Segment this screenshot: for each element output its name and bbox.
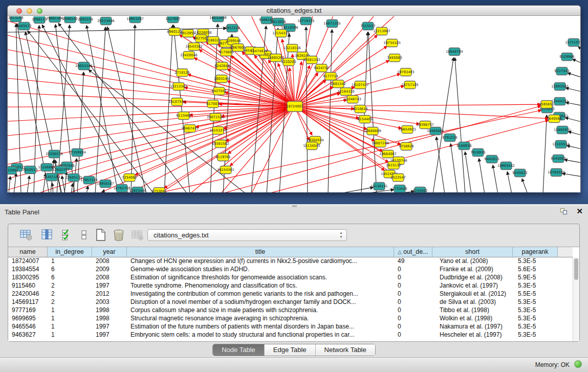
graph-node[interactable]: 9245022: [512, 169, 527, 177]
cell-in_degree[interactable]: 1: [48, 307, 92, 315]
cell-year[interactable]: 2003: [92, 298, 127, 307]
tab-node-table[interactable]: Node Table: [213, 344, 264, 356]
cell-year[interactable]: 2008: [92, 274, 127, 282]
graph-node[interactable]: 7850513: [23, 166, 37, 174]
graph-node[interactable]: 6753041: [151, 188, 166, 193]
graph-node[interactable]: 16107427: [352, 81, 369, 89]
graph-node[interactable]: 16958167: [97, 180, 114, 188]
table-row[interactable]: 1938455462009Genome-wide association stu…: [8, 266, 558, 274]
graph-node[interactable]: 2522547: [390, 174, 405, 182]
table-row[interactable]: 969969511998Structural magnetic resonanc…: [8, 315, 558, 323]
graph-node[interactable]: 2099140: [62, 16, 77, 23]
cell-out_degree[interactable]: 0: [394, 331, 432, 339]
graph-node[interactable]: 2405572: [16, 23, 31, 30]
float-panel-icon[interactable]: [560, 208, 569, 215]
table-row[interactable]: 977716911998Corpus callosum shape and si…: [8, 307, 558, 315]
cell-name[interactable]: 9465546: [8, 323, 48, 331]
unselect-all-button[interactable]: [78, 228, 91, 242]
close-panel-icon[interactable]: ✕: [576, 207, 583, 216]
cell-short[interactable]: Yano et al. (2008): [432, 257, 513, 266]
graph-node[interactable]: 18757105: [401, 81, 419, 89]
graph-node[interactable]: 1681342: [331, 80, 345, 88]
graph-node[interactable]: 16648784: [446, 48, 463, 56]
cell-in_degree[interactable]: 1: [48, 331, 92, 339]
graph-node[interactable]: 12213383: [170, 83, 187, 91]
cell-year[interactable]: 1997: [92, 323, 127, 331]
cell-year[interactable]: 1998: [92, 315, 127, 323]
cell-out_degree[interactable]: 0: [394, 307, 432, 315]
cell-name[interactable]: 18300295: [8, 274, 48, 282]
memory-status-indicator[interactable]: [574, 360, 582, 368]
column-header-name[interactable]: name: [8, 247, 48, 257]
cell-in_degree[interactable]: 6: [48, 274, 92, 282]
graph-node[interactable]: 15892931: [554, 126, 571, 134]
graph-node[interactable]: 1733426: [392, 185, 407, 193]
graph-node[interactable]: 16153271: [209, 127, 227, 135]
cell-out_degree[interactable]: 0: [394, 266, 432, 274]
graph-node[interactable]: 9462015: [484, 156, 499, 163]
cell-pagerank[interactable]: 5.3E-5: [513, 323, 558, 331]
cell-year[interactable]: 1997: [92, 282, 127, 290]
graph-node[interactable]: 12103514: [552, 141, 570, 148]
cell-pagerank[interactable]: 5.5E-5: [513, 290, 558, 298]
graph-node[interactable]: 12923446: [129, 187, 146, 193]
graph-node[interactable]: 17957223: [80, 177, 98, 184]
cell-pagerank[interactable]: 5.9E-5: [513, 274, 558, 282]
delete-table-disabled-button[interactable]: [131, 228, 144, 242]
graph-node[interactable]: 1527607: [165, 16, 180, 23]
cell-pagerank[interactable]: 5.3E-5: [513, 307, 558, 315]
graph-hub-node[interactable]: 18724007: [286, 101, 303, 112]
table-row[interactable]: 1830029562008Estimation of significance …: [8, 274, 558, 282]
cell-short[interactable]: Wolkin et al. (1998): [432, 315, 513, 323]
cell-short[interactable]: Hescheler et al. (1997): [432, 331, 513, 339]
cell-pagerank[interactable]: 5.6E-5: [513, 266, 558, 274]
cell-in_degree[interactable]: 2: [48, 282, 92, 290]
graph-node[interactable]: 2803144: [214, 75, 229, 83]
cell-short[interactable]: de Silva et al. (2003): [432, 298, 513, 307]
cell-short[interactable]: Jankovic et al. (1997): [432, 282, 513, 290]
graph-node[interactable]: 817003: [206, 100, 219, 108]
cell-short[interactable]: Nakamura et al. (1997): [432, 323, 513, 331]
graph-node[interactable]: 7515527: [360, 23, 375, 30]
graph-node[interactable]: 9175685: [219, 49, 233, 56]
cell-name[interactable]: 19384554: [8, 266, 48, 274]
cell-name[interactable]: 9463627: [8, 331, 48, 339]
cell-title[interactable]: Changes of HCN gene expression and I(f) …: [127, 257, 394, 266]
table-row[interactable]: 1872400712008Changes of HCN gene express…: [8, 257, 558, 266]
network-window-titlebar[interactable]: citations_edges.txt: [8, 6, 580, 16]
graph-node[interactable]: 1086113: [32, 16, 47, 24]
table-row[interactable]: 2242004622012Investigating the contribut…: [8, 290, 558, 298]
graph-node[interactable]: 14671355: [323, 20, 341, 28]
graph-node[interactable]: 8220203: [281, 58, 296, 66]
cell-year[interactable]: 2012: [92, 290, 127, 298]
graph-node[interactable]: 1595851: [539, 101, 554, 108]
graph-node[interactable]: 10905542: [497, 162, 515, 170]
cell-pagerank[interactable]: 5.3E-5: [513, 257, 558, 266]
network-canvas[interactable]: 2013103240557210861132069140620991402005…: [8, 16, 580, 192]
table-selector-dropdown[interactable]: citations_edges.txt ▲▼: [147, 229, 347, 241]
table-row[interactable]: 946362711997Embryonic stem cells: a mode…: [8, 331, 558, 339]
graph-node[interactable]: 9245082: [412, 187, 427, 193]
cell-out_degree[interactable]: 0: [394, 298, 432, 307]
scrollbar-thumb[interactable]: [574, 258, 578, 280]
cell-pagerank[interactable]: 5.3E-5: [513, 331, 558, 339]
table-row[interactable]: 911546021997Tourette syndrome. Phenomeno…: [8, 282, 558, 290]
column-header-pagerank[interactable]: pagerank: [513, 247, 558, 257]
cell-pagerank[interactable]: 5.3E-5: [513, 315, 558, 323]
graph-node[interactable]: 2005334: [78, 16, 93, 24]
graph-node[interactable]: 8791218: [442, 134, 457, 142]
cell-title[interactable]: Estimation of the future numbers of pati…: [127, 323, 394, 331]
cell-title[interactable]: Disruption of a novel member of a sodium…: [127, 298, 394, 307]
cell-short[interactable]: Dudbridge et al. (2008): [432, 274, 513, 282]
cell-in_degree[interactable]: 2: [48, 290, 92, 298]
cell-in_degree[interactable]: 1: [48, 323, 92, 331]
cell-name[interactable]: 9115460: [8, 282, 48, 290]
graph-node[interactable]: 9756928: [399, 143, 413, 150]
column-header-in_degree[interactable]: in_degree: [48, 247, 92, 257]
graph-node[interactable]: 9329966: [559, 53, 574, 61]
cell-year[interactable]: 2008: [92, 257, 127, 266]
graph-node[interactable]: 19734103: [383, 39, 401, 47]
graph-node[interactable]: 19793493: [397, 69, 415, 76]
graph-node[interactable]: 16654923: [399, 126, 416, 134]
cell-name[interactable]: 18724007: [8, 257, 48, 266]
